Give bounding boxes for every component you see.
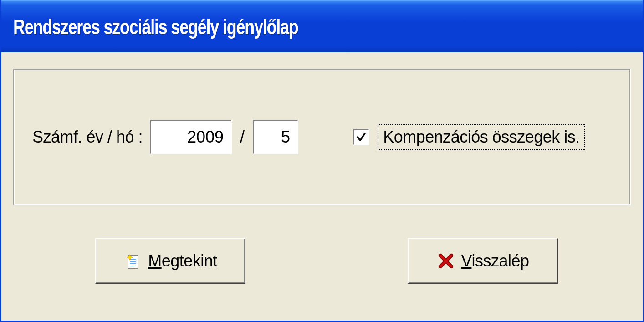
date-groupbox: Számf. év / hó : / Kompenzációs összegek…	[13, 69, 631, 205]
view-button[interactable]: Megtekint	[95, 238, 245, 284]
month-input[interactable]	[253, 120, 298, 154]
date-row: Számf. év / hó : / Kompenzációs összegek…	[32, 120, 612, 154]
button-row: Megtekint Visszalép	[13, 205, 631, 284]
compensation-checkbox-wrap: Kompenzációs összegek is.	[353, 124, 585, 150]
back-button[interactable]: Visszalép	[408, 238, 558, 284]
view-button-label: Megtekint	[148, 251, 217, 271]
dialog-window: Rendszeres szociális segély igénylőlap S…	[0, 0, 644, 322]
window-title: Rendszeres szociális segély igénylőlap	[13, 15, 298, 39]
year-input[interactable]	[150, 120, 232, 154]
close-x-icon	[437, 252, 455, 270]
titlebar: Rendszeres szociális segély igénylőlap	[1, 0, 643, 52]
compensation-label[interactable]: Kompenzációs összegek is.	[378, 124, 585, 150]
date-label: Számf. év / hó :	[32, 128, 143, 147]
client-area: Számf. év / hó : / Kompenzációs összegek…	[1, 52, 643, 321]
document-sparkle-icon	[123, 252, 142, 270]
checkmark-icon	[356, 132, 367, 143]
compensation-checkbox[interactable]	[353, 129, 369, 145]
back-button-label: Visszalép	[461, 251, 529, 271]
date-separator: /	[240, 128, 245, 147]
